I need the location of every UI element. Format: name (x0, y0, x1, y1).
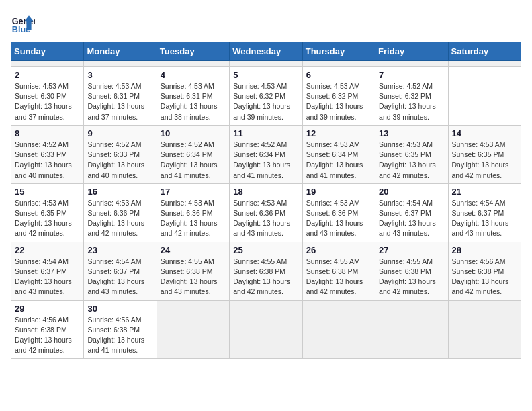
calendar-week-3: 8 Sunrise: 4:52 AM Sunset: 6:33 PM Dayli… (11, 125, 521, 183)
empty-cell (448, 300, 521, 359)
weekday-header-thursday: Thursday (302, 42, 375, 61)
day-cell-30: 30 Sunrise: 4:56 AM Sunset: 6:38 PM Dayl… (84, 300, 157, 359)
empty-cell (302, 300, 375, 359)
weekday-header-monday: Monday (84, 42, 157, 61)
day-cell-24: 24 Sunrise: 4:55 AM Sunset: 6:38 PM Dayl… (157, 242, 229, 300)
calendar-table: SundayMondayTuesdayWednesdayThursdayFrid… (11, 42, 521, 359)
day-number: 20 (379, 187, 444, 197)
day-info: Sunrise: 4:52 AM Sunset: 6:32 PM Dayligh… (379, 81, 444, 122)
day-info: Sunrise: 4:53 AM Sunset: 6:31 PM Dayligh… (161, 81, 226, 122)
logo: General Blue (11, 11, 35, 35)
day-cell-28: 28 Sunrise: 4:56 AM Sunset: 6:38 PM Dayl… (448, 242, 521, 300)
calendar-week-4: 15 Sunrise: 4:53 AM Sunset: 6:35 PM Dayl… (11, 183, 521, 242)
day-info: Sunrise: 4:53 AM Sunset: 6:35 PM Dayligh… (15, 198, 80, 239)
day-cell-18: 18 Sunrise: 4:53 AM Sunset: 6:36 PM Dayl… (230, 183, 302, 242)
day-cell-5: 5 Sunrise: 4:53 AM Sunset: 6:32 PM Dayli… (230, 67, 302, 126)
day-number: 7 (379, 70, 444, 80)
day-cell-3: 3 Sunrise: 4:53 AM Sunset: 6:31 PM Dayli… (84, 67, 157, 126)
day-info: Sunrise: 4:53 AM Sunset: 6:35 PM Dayligh… (452, 140, 517, 181)
day-number: 25 (233, 245, 298, 255)
day-cell-10: 10 Sunrise: 4:52 AM Sunset: 6:34 PM Dayl… (157, 125, 229, 183)
day-info: Sunrise: 4:55 AM Sunset: 6:38 PM Dayligh… (379, 257, 444, 298)
day-info: Sunrise: 4:52 AM Sunset: 6:34 PM Dayligh… (161, 140, 226, 181)
day-cell-4: 4 Sunrise: 4:53 AM Sunset: 6:31 PM Dayli… (157, 67, 229, 126)
day-cell-25: 25 Sunrise: 4:55 AM Sunset: 6:38 PM Dayl… (230, 242, 302, 300)
empty-cell (84, 61, 157, 67)
weekday-header-sunday: Sunday (11, 42, 84, 61)
day-cell-20: 20 Sunrise: 4:54 AM Sunset: 6:37 PM Dayl… (375, 183, 448, 242)
day-cell-13: 13 Sunrise: 4:53 AM Sunset: 6:35 PM Dayl… (375, 125, 448, 183)
day-info: Sunrise: 4:53 AM Sunset: 6:32 PM Dayligh… (306, 81, 371, 122)
day-info: Sunrise: 4:54 AM Sunset: 6:37 PM Dayligh… (87, 257, 152, 298)
empty-cell (375, 61, 448, 67)
page-header: General Blue (11, 11, 521, 35)
empty-cell (448, 61, 521, 67)
day-cell-8: 8 Sunrise: 4:52 AM Sunset: 6:33 PM Dayli… (11, 125, 84, 183)
empty-cell (230, 300, 302, 359)
day-number: 18 (233, 187, 298, 197)
day-info: Sunrise: 4:53 AM Sunset: 6:36 PM Dayligh… (161, 198, 226, 239)
empty-cell (157, 61, 229, 67)
calendar-week-2: 2 Sunrise: 4:53 AM Sunset: 6:30 PM Dayli… (11, 67, 521, 126)
day-info: Sunrise: 4:54 AM Sunset: 6:37 PM Dayligh… (15, 257, 80, 298)
day-number: 21 (452, 187, 517, 197)
day-number: 24 (161, 245, 226, 255)
day-number: 27 (379, 245, 444, 255)
calendar-week-6: 29 Sunrise: 4:56 AM Sunset: 6:38 PM Dayl… (11, 300, 521, 359)
day-cell-16: 16 Sunrise: 4:53 AM Sunset: 6:36 PM Dayl… (84, 183, 157, 242)
day-cell-29: 29 Sunrise: 4:56 AM Sunset: 6:38 PM Dayl… (11, 300, 84, 359)
day-number: 11 (233, 128, 298, 138)
day-info: Sunrise: 4:53 AM Sunset: 6:35 PM Dayligh… (379, 140, 444, 181)
day-number: 13 (379, 128, 444, 138)
day-info: Sunrise: 4:53 AM Sunset: 6:31 PM Dayligh… (87, 81, 152, 122)
day-info: Sunrise: 4:53 AM Sunset: 6:36 PM Dayligh… (87, 198, 152, 239)
day-number: 8 (15, 128, 80, 138)
day-number: 4 (161, 70, 226, 80)
day-info: Sunrise: 4:52 AM Sunset: 6:33 PM Dayligh… (15, 140, 80, 181)
day-cell-6: 6 Sunrise: 4:53 AM Sunset: 6:32 PM Dayli… (302, 67, 375, 126)
day-info: Sunrise: 4:53 AM Sunset: 6:34 PM Dayligh… (306, 140, 371, 181)
day-info: Sunrise: 4:55 AM Sunset: 6:38 PM Dayligh… (306, 257, 371, 298)
day-number: 19 (306, 187, 371, 197)
day-info: Sunrise: 4:56 AM Sunset: 6:38 PM Dayligh… (15, 315, 80, 356)
day-number: 17 (161, 187, 226, 197)
empty-cell (302, 61, 375, 67)
day-cell-2: 2 Sunrise: 4:53 AM Sunset: 6:30 PM Dayli… (11, 67, 84, 126)
day-number: 15 (15, 187, 80, 197)
day-info: Sunrise: 4:54 AM Sunset: 6:37 PM Dayligh… (452, 198, 517, 239)
calendar-week-1 (11, 61, 521, 67)
day-cell-7: 7 Sunrise: 4:52 AM Sunset: 6:32 PM Dayli… (375, 67, 448, 126)
day-number: 30 (87, 304, 152, 314)
day-number: 22 (15, 245, 80, 255)
day-info: Sunrise: 4:56 AM Sunset: 6:38 PM Dayligh… (87, 315, 152, 356)
day-number: 9 (87, 128, 152, 138)
day-number: 29 (15, 304, 80, 314)
empty-cell (11, 61, 84, 67)
day-cell-11: 11 Sunrise: 4:52 AM Sunset: 6:34 PM Dayl… (230, 125, 302, 183)
day-number: 10 (161, 128, 226, 138)
day-number: 3 (87, 70, 152, 80)
day-info: Sunrise: 4:52 AM Sunset: 6:34 PM Dayligh… (233, 140, 298, 181)
empty-cell (375, 300, 448, 359)
day-number: 28 (452, 245, 517, 255)
day-info: Sunrise: 4:53 AM Sunset: 6:36 PM Dayligh… (306, 198, 371, 239)
weekday-header-tuesday: Tuesday (157, 42, 229, 61)
day-number: 5 (233, 70, 298, 80)
day-number: 26 (306, 245, 371, 255)
day-cell-26: 26 Sunrise: 4:55 AM Sunset: 6:38 PM Dayl… (302, 242, 375, 300)
day-info: Sunrise: 4:53 AM Sunset: 6:36 PM Dayligh… (233, 198, 298, 239)
weekday-header-friday: Friday (375, 42, 448, 61)
day-cell-15: 15 Sunrise: 4:53 AM Sunset: 6:35 PM Dayl… (11, 183, 84, 242)
day-cell-23: 23 Sunrise: 4:54 AM Sunset: 6:37 PM Dayl… (84, 242, 157, 300)
day-info: Sunrise: 4:54 AM Sunset: 6:37 PM Dayligh… (379, 198, 444, 239)
day-info: Sunrise: 4:55 AM Sunset: 6:38 PM Dayligh… (161, 257, 226, 298)
day-cell-22: 22 Sunrise: 4:54 AM Sunset: 6:37 PM Dayl… (11, 242, 84, 300)
day-number: 6 (306, 70, 371, 80)
day-number: 12 (306, 128, 371, 138)
day-cell-17: 17 Sunrise: 4:53 AM Sunset: 6:36 PM Dayl… (157, 183, 229, 242)
day-info: Sunrise: 4:53 AM Sunset: 6:30 PM Dayligh… (15, 81, 80, 122)
weekday-header-saturday: Saturday (448, 42, 521, 61)
calendar-week-5: 22 Sunrise: 4:54 AM Sunset: 6:37 PM Dayl… (11, 242, 521, 300)
day-number: 14 (452, 128, 517, 138)
day-cell-9: 9 Sunrise: 4:52 AM Sunset: 6:33 PM Dayli… (84, 125, 157, 183)
